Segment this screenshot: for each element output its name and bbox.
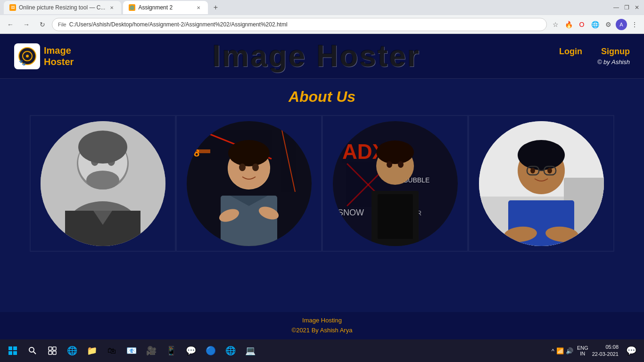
file-explorer-icon[interactable]: 📁 bbox=[83, 342, 101, 360]
taskbar: 🌐 📁 🛍 📧 🎥 📱 💬 🔵 🌐 💻 ^ 📶 🔊 ENGIN 05:08 22… bbox=[0, 339, 644, 362]
clock-time: 05:08 bbox=[592, 344, 619, 351]
svg-point-21 bbox=[239, 164, 246, 171]
tab-1-label: Online picture Resizing tool — C... bbox=[19, 4, 105, 11]
signup-link[interactable]: Signup bbox=[601, 47, 630, 57]
browser-window: 🖼 Online picture Resizing tool — C... ✕ … bbox=[0, 0, 644, 362]
profile-card-2: 8 bbox=[176, 115, 322, 252]
svg-point-20 bbox=[228, 140, 270, 166]
svg-point-48 bbox=[547, 168, 552, 173]
notification-button[interactable]: 💬 bbox=[622, 342, 640, 360]
main-content: About Us bbox=[0, 79, 644, 312]
firefox-icon[interactable]: 🔥 bbox=[563, 19, 574, 30]
profile-image-3: ADX SNOW BUBBLE TER bbox=[333, 121, 458, 246]
login-link[interactable]: Login bbox=[559, 47, 582, 57]
footer-line2: ©2021 By Ashish Arya bbox=[4, 326, 640, 336]
logo-text: Image Hoster bbox=[44, 45, 74, 67]
taskbar-right: ^ 📶 🔊 ENGIN 05:08 22-03-2021 💬 bbox=[552, 342, 640, 360]
svg-point-11 bbox=[86, 171, 119, 189]
close-button[interactable]: ✕ bbox=[634, 4, 640, 11]
store-icon[interactable]: 🛍 bbox=[103, 342, 121, 360]
chrome-taskbar-icon[interactable]: 🌐 bbox=[63, 342, 81, 360]
toolbar-icons: ☆ 🔥 O 🌐 ⚙ A ⋮ bbox=[550, 19, 640, 30]
clock-date: 22-03-2021 bbox=[592, 351, 619, 358]
svg-text:SNOW: SNOW bbox=[338, 208, 364, 217]
maximize-button[interactable]: ❐ bbox=[623, 4, 630, 11]
header-copyright: © by Ashish bbox=[597, 58, 630, 66]
profile-image-1 bbox=[41, 121, 165, 246]
profile-card-3: ADX SNOW BUBBLE TER bbox=[322, 115, 468, 252]
header-nav: Login Signup bbox=[559, 47, 630, 57]
reload-button[interactable]: ↻ bbox=[36, 18, 49, 31]
zoom-icon[interactable]: 🎥 bbox=[142, 342, 160, 360]
browser-taskbar-icon[interactable]: 🌐 bbox=[222, 342, 239, 360]
center-title-area: Image Hoster bbox=[74, 39, 559, 74]
window-controls: — ❐ ✕ bbox=[613, 4, 640, 11]
opera-icon[interactable]: O bbox=[576, 19, 587, 30]
svg-point-36 bbox=[398, 161, 404, 168]
svg-point-43 bbox=[518, 140, 565, 170]
svg-rect-52 bbox=[8, 346, 12, 350]
tab-bar: 🖼 Online picture Resizing tool — C... ✕ … bbox=[4, 1, 221, 14]
bookmark-icon[interactable]: ☆ bbox=[550, 19, 561, 30]
svg-rect-61 bbox=[53, 351, 56, 354]
tab-1-favicon: 🖼 bbox=[9, 4, 16, 11]
profile-image-2: 8 bbox=[187, 121, 312, 246]
system-clock[interactable]: 05:08 22-03-2021 bbox=[592, 344, 619, 358]
obs-icon[interactable]: 🔵 bbox=[202, 342, 220, 360]
svg-rect-53 bbox=[13, 346, 17, 350]
tab-2[interactable]: 🌐 Assignment 2 ✕ bbox=[123, 1, 208, 14]
start-button[interactable] bbox=[4, 342, 22, 360]
page-footer: Image Hosting ©2021 By Ashish Arya bbox=[0, 312, 644, 339]
svg-point-47 bbox=[530, 168, 535, 173]
url-bar[interactable]: File C:/Users/Ashish/Desktop/home/Assign… bbox=[52, 18, 547, 31]
svg-text:🐾: 🐾 bbox=[19, 59, 26, 66]
profiles-row: 8 bbox=[14, 115, 630, 252]
back-button[interactable]: ← bbox=[4, 18, 17, 31]
forward-button[interactable]: → bbox=[20, 18, 33, 31]
about-us-title: About Us bbox=[289, 88, 355, 106]
logo-line1: Image bbox=[44, 45, 74, 56]
whatsapp-icon[interactable]: 📱 bbox=[162, 342, 180, 360]
profile-card-4 bbox=[468, 115, 614, 252]
tab-1-close[interactable]: ✕ bbox=[108, 4, 116, 11]
svg-point-34 bbox=[376, 140, 414, 164]
protocol-label: File bbox=[58, 22, 66, 27]
logo-area: 🐾 Image Hoster bbox=[14, 43, 74, 69]
menu-icon[interactable]: ⋮ bbox=[629, 19, 640, 30]
profile-avatar[interactable]: A bbox=[616, 19, 627, 30]
system-tray: ^ 📶 🔊 bbox=[552, 347, 573, 354]
svg-point-22 bbox=[252, 164, 259, 171]
new-tab-button[interactable]: + bbox=[210, 2, 221, 13]
svg-rect-58 bbox=[49, 347, 52, 350]
taskbar-left: 🌐 📁 🛍 📧 🎥 📱 💬 🔵 🌐 💻 bbox=[4, 342, 259, 360]
tray-network[interactable]: 📶 bbox=[556, 347, 564, 354]
svg-point-56 bbox=[29, 347, 34, 352]
tab-1[interactable]: 🖼 Online picture Resizing tool — C... ✕ bbox=[4, 1, 121, 14]
title-bar: 🖼 Online picture Resizing tool — C... ✕ … bbox=[0, 0, 644, 15]
tray-volume[interactable]: 🔊 bbox=[566, 347, 573, 354]
settings-icon[interactable]: ⚙ bbox=[603, 19, 614, 30]
svg-rect-59 bbox=[53, 347, 56, 350]
center-title: Image Hoster bbox=[212, 39, 420, 74]
address-bar: ← → ↻ File C:/Users/Ashish/Desktop/home/… bbox=[0, 15, 644, 34]
tab-2-favicon: 🌐 bbox=[129, 4, 135, 11]
mail-icon[interactable]: 📧 bbox=[123, 342, 140, 360]
svg-rect-55 bbox=[13, 351, 17, 355]
svg-point-10 bbox=[78, 131, 127, 164]
svg-rect-60 bbox=[49, 351, 52, 354]
svg-point-35 bbox=[387, 161, 392, 168]
search-button[interactable] bbox=[24, 342, 41, 360]
url-text: C:/Users/Ashish/Desktop/home/Assignment-… bbox=[69, 21, 288, 28]
laptop-icon[interactable]: 💻 bbox=[241, 342, 259, 360]
tab-2-close[interactable]: ✕ bbox=[195, 4, 202, 11]
language-indicator[interactable]: ENGIN bbox=[577, 345, 588, 356]
task-view-button[interactable] bbox=[43, 342, 61, 360]
logo-line2: Hoster bbox=[44, 56, 74, 67]
profile-card-1 bbox=[30, 115, 176, 252]
discord-icon[interactable]: 💬 bbox=[182, 342, 200, 360]
extension-icon[interactable]: 🌐 bbox=[589, 19, 601, 30]
svg-rect-16 bbox=[191, 149, 210, 153]
profile-image-4 bbox=[479, 121, 604, 246]
minimize-button[interactable]: — bbox=[613, 4, 619, 11]
tray-arrow[interactable]: ^ bbox=[552, 347, 554, 354]
